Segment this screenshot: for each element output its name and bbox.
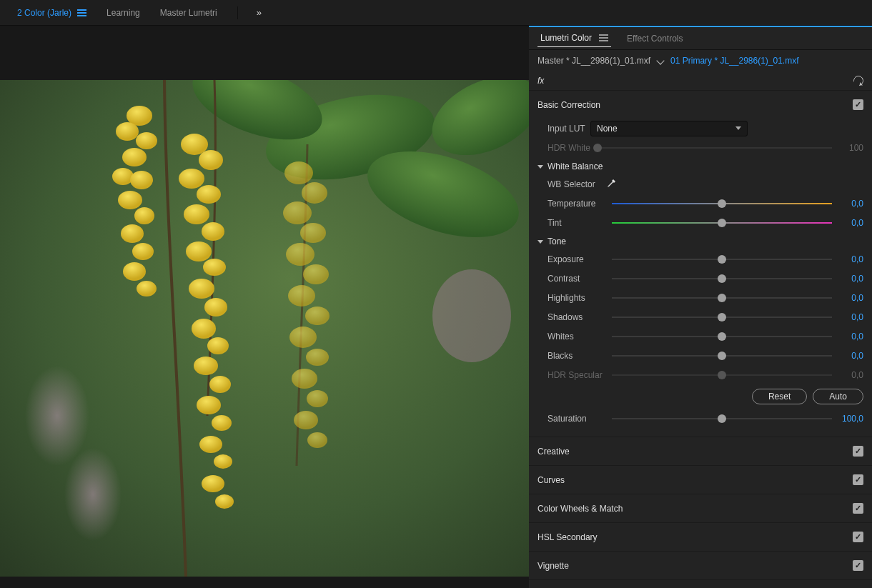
workspace-tab-color[interactable]: 2 Color (Jarle) [7,4,96,22]
section-header[interactable]: Color Wheels & Match✓ [529,494,872,522]
section-hsl-secondary: HSL Secondary✓ [529,523,872,552]
fx-label: fx [537,76,544,86]
svg-point-25 [202,222,224,241]
value-exposure[interactable]: 0,0 [839,254,863,264]
section-header-basic[interactable]: Basic Correction ✓ [529,91,872,119]
slider-temperature[interactable] [612,199,832,208]
svg-point-47 [305,307,330,325]
label-highlights: Highlights [548,293,605,303]
svg-point-34 [197,396,221,414]
slider-shadows[interactable] [612,313,832,322]
panel-menu-icon[interactable] [599,34,608,41]
value-blacks[interactable]: 0,0 [839,351,863,361]
reset-button[interactable]: Reset [752,389,807,404]
tab-lumetri-color[interactable]: Lumetri Color [537,30,611,47]
svg-point-32 [194,357,218,375]
svg-point-49 [306,349,329,366]
value-hdr specular: 0,0 [839,370,863,380]
value-whites[interactable]: 0,0 [839,332,863,342]
workspace-bar: 2 Color (Jarle) Learning Master Lumetri … [0,0,872,26]
svg-point-43 [300,223,326,243]
slider-tint[interactable] [612,219,832,227]
checkbox-icon[interactable]: ✓ [853,474,863,485]
svg-point-33 [209,376,231,393]
content: Lumetri Color Effect Controls Master * J… [0,26,872,588]
checkbox-icon[interactable]: ✓ [853,446,863,457]
svg-point-40 [284,161,313,184]
checkbox-basic[interactable]: ✓ [853,99,863,110]
section-curves: Curves✓ [529,466,872,494]
section-vignette: Vignette✓ [529,552,872,580]
svg-point-37 [214,454,232,469]
svg-point-20 [181,134,208,155]
svg-point-31 [207,337,229,354]
program-monitor [0,26,529,588]
section-header[interactable]: Creative✓ [529,437,872,465]
subhead-white-balance[interactable]: White Balance [537,161,863,171]
slider-whites[interactable] [612,332,832,341]
checkbox-icon[interactable]: ✓ [853,532,863,542]
section-creative: Creative✓ [529,437,872,466]
row-input-lut: Input LUT None [537,119,863,138]
svg-point-2 [64,448,122,541]
row-temperature: Temperature 0,0 [537,194,863,213]
tab-effect-controls[interactable]: Effect Controls [624,31,685,46]
svg-point-44 [286,243,314,266]
subhead-tone[interactable]: Tone [537,236,863,246]
row-saturation: Saturation 100,0 [537,409,863,428]
svg-point-36 [199,436,222,453]
chevron-down-icon[interactable] [656,56,664,64]
slider-hdr-white [598,144,832,152]
section-color-wheels-match: Color Wheels & Match✓ [529,494,872,523]
svg-point-22 [179,169,204,189]
section-header[interactable]: Curves✓ [529,466,872,494]
section-header[interactable]: HSL Secondary✓ [529,523,872,551]
workspace-label: 2 Color (Jarle) [17,8,71,18]
svg-point-51 [307,390,328,407]
svg-point-10 [136,132,157,149]
svg-point-27 [203,259,226,276]
reset-icon[interactable] [851,74,865,87]
label-whites: Whites [548,332,605,342]
clip-sequence-label[interactable]: 01 Primary * JL__2986(1)_01.mxf [670,56,798,66]
slider-contrast[interactable] [612,274,832,283]
dropdown-input-lut[interactable]: None [590,121,748,136]
checkbox-icon[interactable]: ✓ [853,560,863,571]
label-exposure: Exposure [548,254,605,264]
eyedropper-icon[interactable] [605,178,618,191]
label-contrast: Contrast [548,274,605,284]
slider-highlights[interactable] [612,294,832,302]
value-shadows[interactable]: 0,0 [839,312,863,322]
slider-exposure[interactable] [612,255,832,264]
workspace-menu-icon[interactable] [77,9,86,16]
svg-point-48 [289,327,317,348]
workspace-overflow-icon[interactable]: » [257,7,262,18]
slider-blacks[interactable] [612,352,832,360]
svg-point-15 [134,207,154,224]
clip-master-label: Master * JL__2986(1)_01.mxf [537,56,650,66]
svg-point-52 [294,411,318,429]
svg-point-19 [137,281,157,297]
checkbox-icon[interactable]: ✓ [853,503,863,514]
section-body-basic: Input LUT None HDR White 100 White Balan… [529,119,872,437]
workspace-tab-learning[interactable]: Learning [96,4,150,22]
row-blacks: Blacks0,0 [537,346,863,365]
tone-buttons: Reset Auto [537,389,863,404]
row-exposure: Exposure0,0 [537,249,863,269]
svg-point-21 [199,150,223,170]
slider-saturation[interactable] [612,414,832,423]
svg-point-13 [130,171,153,189]
svg-point-28 [189,279,214,299]
svg-point-41 [302,182,327,204]
row-highlights: Highlights0,0 [537,288,863,307]
preview-image [0,80,529,577]
svg-point-9 [116,122,139,141]
svg-point-30 [192,319,216,339]
row-tint: Tint 0,0 [537,213,863,232]
workspace-tab-master-lumetri[interactable]: Master Lumetri [150,4,227,22]
value-contrast[interactable]: 0,0 [839,274,863,284]
value-highlights[interactable]: 0,0 [839,293,863,303]
auto-button[interactable]: Auto [813,389,863,404]
section-header[interactable]: Vignette✓ [529,552,872,579]
divider [237,6,238,19]
